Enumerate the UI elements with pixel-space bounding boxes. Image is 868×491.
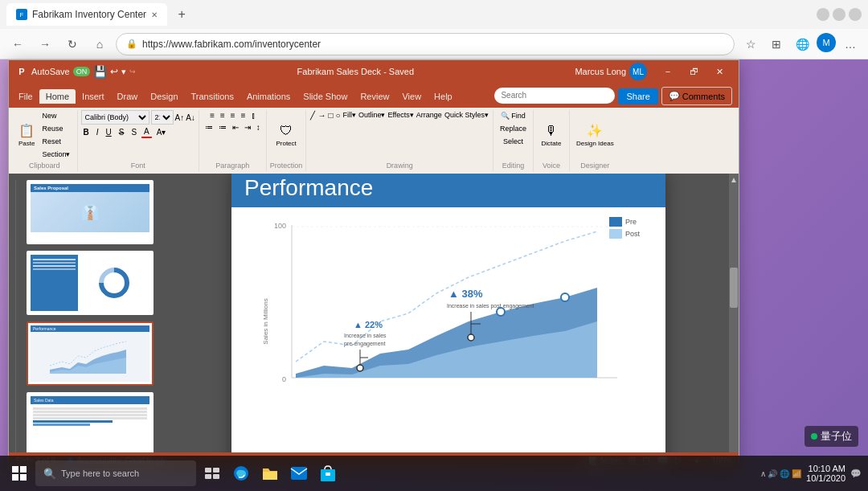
increase-font-button[interactable]: A↑ xyxy=(175,113,185,122)
refresh-button[interactable]: ↻ xyxy=(61,33,84,55)
shape-outline-button[interactable]: Outline▾ xyxy=(358,110,387,121)
tab-file[interactable]: File xyxy=(12,89,39,104)
favorites-button[interactable]: ☆ xyxy=(739,33,762,55)
tab-transitions[interactable]: Transitions xyxy=(185,89,240,104)
rect-tool[interactable]: □ xyxy=(327,110,334,121)
store-button[interactable] xyxy=(315,460,341,486)
browser-tab[interactable]: F Fabrikam Inventory Center ✕ xyxy=(6,3,167,26)
close-button[interactable]: ✕ xyxy=(849,8,862,21)
ppt-close-button[interactable]: ✕ xyxy=(706,60,732,83)
font-color-button[interactable]: A xyxy=(141,126,152,138)
reset-button[interactable]: Reset xyxy=(39,136,73,147)
underline-button[interactable]: U xyxy=(104,127,114,137)
url-text: https://www.fabrikam.com/inventorycenter xyxy=(142,39,321,50)
home-button[interactable]: ⌂ xyxy=(88,33,111,55)
new-slide-button[interactable]: New xyxy=(39,110,73,121)
design-ideas-button[interactable]: ✨ Design Ideas xyxy=(573,121,617,148)
line-tool[interactable]: ╱ xyxy=(309,110,316,121)
extensions-button[interactable]: 🌐 xyxy=(791,33,813,55)
tab-home[interactable]: Home xyxy=(39,89,76,104)
align-center-button[interactable]: ≡ xyxy=(218,110,227,121)
tab-draw[interactable]: Draw xyxy=(111,89,145,104)
scroll-up-button[interactable]: ▲ xyxy=(729,174,739,186)
reuse-slides-button[interactable]: Reuse xyxy=(39,123,73,134)
columns-button[interactable]: ⫿ xyxy=(249,110,258,121)
tab-help[interactable]: Help xyxy=(428,89,459,104)
ppt-minimize-button[interactable]: − xyxy=(655,60,681,83)
tab-slideshow[interactable]: Slide Show xyxy=(297,89,354,104)
ppt-restore-button[interactable]: 🗗 xyxy=(681,60,706,83)
paste-button[interactable]: 📋 Paste xyxy=(15,121,38,148)
forward-button[interactable]: → xyxy=(34,33,56,55)
font-selector[interactable]: Calibri (Body) xyxy=(81,110,149,125)
protect-button[interactable]: 🛡 Protect xyxy=(272,121,299,148)
replace-label: Replace xyxy=(500,125,526,133)
settings-button[interactable]: … xyxy=(839,33,862,55)
taskbar-search[interactable]: 🔍 Type here to search xyxy=(35,460,196,486)
back-button[interactable]: ← xyxy=(6,33,29,55)
section-button[interactable]: Section▾ xyxy=(39,149,73,160)
replace-button[interactable]: Replace xyxy=(497,123,530,134)
bullet-button[interactable]: ≔ xyxy=(203,122,215,133)
task-view-button[interactable] xyxy=(199,460,225,486)
highlight-button[interactable]: A▾ xyxy=(154,127,169,137)
address-bar[interactable]: 🔒 https://www.fabrikam.com/inventorycent… xyxy=(116,33,735,55)
tab-close-button[interactable]: ✕ xyxy=(151,10,158,19)
line-spacing-button[interactable]: ↕ xyxy=(254,122,263,133)
justify-button[interactable]: ≡ xyxy=(239,110,248,121)
indent-decrease-button[interactable]: ⇤ xyxy=(230,122,241,133)
align-right-button[interactable]: ≡ xyxy=(228,110,238,121)
arrow-tool[interactable]: → xyxy=(317,110,326,121)
notification-button[interactable]: 💬 xyxy=(850,468,862,479)
shape-fill-button[interactable]: Fill▾ xyxy=(342,110,357,121)
file-explorer-button[interactable] xyxy=(257,460,283,486)
undo-dropdown[interactable]: ▾ xyxy=(121,67,126,77)
slide-thumbnail-2[interactable]: 2 xyxy=(27,251,154,315)
undo-button[interactable]: ↩ xyxy=(110,66,118,77)
slide-thumbnail-4[interactable]: 4 Sales Data xyxy=(27,392,154,456)
select-button[interactable]: Select xyxy=(500,136,526,147)
slide-thumbnail-1[interactable]: 1 Sales Proposal 👔 xyxy=(27,180,154,244)
user-avatar[interactable]: ML xyxy=(629,63,647,80)
italic-button[interactable]: I xyxy=(94,127,101,137)
main-slide[interactable]: Performance Pre Post xyxy=(231,174,665,469)
redo-button[interactable]: ↪ xyxy=(129,68,136,76)
share-button[interactable]: Share xyxy=(618,88,657,104)
decrease-font-button[interactable]: A↓ xyxy=(186,113,195,122)
quick-styles-button[interactable]: Quick Styles▾ xyxy=(444,110,489,121)
save-icon[interactable]: 💾 xyxy=(93,65,107,78)
slide-panel[interactable]: 1 Sales Proposal 👔 2 xyxy=(22,174,158,469)
strikethrough-button[interactable]: S xyxy=(117,127,127,137)
autosave-state[interactable]: ON xyxy=(73,67,91,76)
start-button[interactable] xyxy=(6,460,32,486)
vertical-scrollbar[interactable]: ▲ ▼ xyxy=(729,174,739,469)
font-size-selector[interactable]: 21 xyxy=(151,110,174,125)
scroll-thumb[interactable] xyxy=(730,268,738,308)
collections-button[interactable]: ⊞ xyxy=(765,33,788,55)
align-left-button[interactable]: ≡ xyxy=(207,110,217,121)
maximize-button[interactable]: □ xyxy=(833,8,845,21)
minimize-button[interactable]: − xyxy=(817,8,829,21)
new-tab-button[interactable]: + xyxy=(172,5,191,24)
tab-review[interactable]: Review xyxy=(354,89,395,104)
mail-button[interactable] xyxy=(286,460,312,486)
find-button[interactable]: 🔍 Find xyxy=(497,110,529,121)
comments-button[interactable]: 💬 Comments xyxy=(661,87,732,105)
slide-thumbnail-3[interactable]: 3 Performance xyxy=(27,321,154,386)
tab-animations[interactable]: Animations xyxy=(240,89,297,104)
shape-effects-button[interactable]: Effects▾ xyxy=(387,110,415,121)
slide-3-preview: Performance xyxy=(31,325,149,382)
arrange-button[interactable]: Arrange xyxy=(416,110,443,121)
tab-view[interactable]: View xyxy=(395,89,428,104)
edge-button[interactable] xyxy=(228,460,254,486)
bold-button[interactable]: B xyxy=(81,127,92,137)
circle-tool[interactable]: ○ xyxy=(334,110,341,121)
dictate-button[interactable]: 🎙 Dictate xyxy=(538,121,564,148)
textshadow-button[interactable]: S xyxy=(129,127,139,137)
indent-increase-button[interactable]: ⇥ xyxy=(242,122,253,133)
tab-design[interactable]: Design xyxy=(144,89,184,104)
tab-insert[interactable]: Insert xyxy=(76,89,111,104)
numbered-list-button[interactable]: ≔ xyxy=(216,122,229,133)
ppt-search-input[interactable] xyxy=(494,88,615,104)
profile-avatar[interactable]: M xyxy=(817,33,836,52)
